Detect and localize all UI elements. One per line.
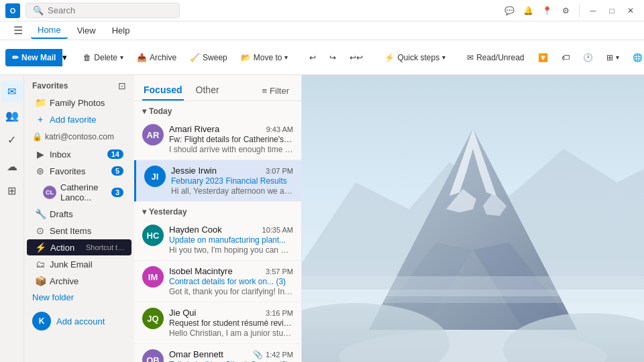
filter-label: Filter [270,86,289,96]
add-account-item[interactable]: K Add account [24,308,134,335]
new-mail-dropdown[interactable]: ▾ [62,52,67,62]
preview-isobel: Got it, thank you for clarifying! In tha… [169,287,293,296]
menu-bar: ☰ Home View Help [0,21,644,40]
sidebar-item-action[interactable]: ⚡ Action Shortcut te... [27,239,131,255]
sender-amari: Amari Rivera [169,124,219,134]
subject-amari: Fw: Flight details for Catherine's gr... [169,135,293,144]
email-tabs: Focused Other ≡ Filter [134,75,301,101]
view-button[interactable]: ⊞ ▾ [601,50,625,65]
move-to-button[interactable]: 📂 Move to ▾ [235,50,294,65]
new-folder-link[interactable]: New folder [24,290,134,305]
date-divider-yesterday: ▾ Yesterday [134,202,301,219]
filter-lines-icon: ≡ [262,86,268,96]
sweep-icon: 🧹 [190,53,200,62]
location-icon-btn[interactable]: 📍 [539,3,555,19]
bell-icon-btn[interactable]: 🔔 [520,3,536,19]
delete-button[interactable]: 🗑 Delete ▾ [78,50,129,65]
filter-button[interactable]: 🔽 [533,50,553,65]
expand-jessie: › [134,176,136,186]
filter-button-list[interactable]: ≡ Filter [258,83,293,99]
chat-icon-btn[interactable]: 💬 [501,3,517,19]
time-omar: 1:42 PM [266,351,293,359]
read-unread-button[interactable]: ✉ Read/Unread [462,50,529,65]
search-box[interactable]: 🔍 [25,3,180,18]
minimize-btn[interactable]: ─ [585,3,601,19]
add-icon: + [35,114,46,125]
menu-view[interactable]: View [70,23,103,38]
time-jessie: 3:07 PM [266,167,293,175]
main-area: ✉ 👥 ✓ ☁ ⊞ Favorites ⊡ 📁 Family Photos + … [0,75,644,362]
reply-all-icon: ↩↩ [350,53,363,62]
archive-button[interactable]: 📥 Archive [131,50,182,65]
email-item-omar[interactable]: › OB Omar Bennett 📎 1:42 PM Tailwinds (N… [134,344,301,362]
maximize-btn[interactable]: □ [604,3,620,19]
redo-icon: ↪ [329,53,336,62]
favorites-title: Favorites [32,81,68,90]
undo-button[interactable]: ↩ [304,50,321,65]
sidebar-item-archive[interactable]: 📦 Archive [27,273,131,289]
search-input[interactable] [48,5,168,15]
sidebar-item-catherine[interactable]: CL Catherine Lanco... 3 [27,180,131,205]
avatar-jie: JQ [142,308,164,329]
translate-button[interactable]: 🌐 [627,50,644,65]
sweep-button[interactable]: 🧹 Sweep [184,50,233,65]
nav-cloud-icon[interactable]: ☁ [1,156,23,177]
nav-apps-icon[interactable]: ⊞ [1,180,23,201]
delete-icon: 🗑 [83,53,91,62]
clock-button[interactable]: 🕐 [578,50,598,65]
tab-focused[interactable]: Focused [142,80,184,101]
account-email: katri@contoso.com [45,132,114,141]
subject-hayden: Update on manufacturing plant... [169,235,293,245]
menu-home[interactable]: Home [31,22,68,39]
tags-button[interactable]: 🏷 [556,50,575,65]
compose-icon: ✏ [12,53,19,62]
archive-folder-label: Archive [50,276,123,286]
tags-icon: 🏷 [561,53,570,62]
subject-isobel: Contract details for work on... (3) [169,277,293,286]
sidebar-item-sent[interactable]: ⊙ Sent Items [27,223,131,239]
email-item-hayden[interactable]: HC Hayden Cook 10:35 AM Update on manufa… [134,219,301,261]
menu-help[interactable]: Help [105,23,137,38]
sidebar-item-junk[interactable]: 🗂 Junk Email [27,256,131,272]
email-item-jie[interactable]: JQ Jie Qui 3:16 PM Request for student r… [134,302,301,344]
title-bar: O 🔍 💬 🔔 📍 ⚙ ─ □ ✕ [0,0,644,21]
email-content-isobel: Isobel Macintyre 3:57 PM Contract detail… [169,266,293,296]
read-icon: ✉ [467,53,474,62]
nav-calendar-icon[interactable]: ✓ [1,129,23,150]
email-item-jessie[interactable]: › JI Jessie Irwin 3:07 PM February 2023 … [134,160,301,202]
star-icon: ⊛ [35,166,46,176]
translate-icon: 🌐 [633,53,643,62]
sidebar-item-favorites-sub[interactable]: ⊛ Favorites 5 [27,163,131,179]
sidebar-item-add-favorite[interactable]: + Add favorite [27,111,131,127]
quick-steps-dropdown: ▾ [442,54,445,61]
email-item-isobel[interactable]: › IM Isobel Macintyre 3:57 PM Contract d… [134,261,301,302]
sidebar-item-drafts[interactable]: 🔧 Drafts [27,206,131,222]
user-avatar: K [32,312,51,330]
hamburger-button[interactable]: ☰ [8,21,28,41]
email-header-amari: Amari Rivera 9:43 AM [169,124,293,134]
nav-people-icon[interactable]: 👥 [1,105,23,126]
sidebar-header: Favorites ⊡ [24,75,134,94]
email-item-amari[interactable]: AR Amari Rivera 9:43 AM Fw: Flight detai… [134,119,301,160]
reply-all-button[interactable]: ↩↩ [344,50,368,65]
sidebar-item-inbox[interactable]: ▶ Inbox 14 [27,146,131,162]
filter-icon: 🔽 [538,53,548,62]
move-dropdown-icon: ▾ [284,54,288,61]
family-photos-label: Family Photos [50,98,123,108]
preview-hayden: Hi you two, I'm hoping you can help me [169,245,293,255]
nav-mail-icon[interactable]: ✉ [1,80,23,102]
expand-favorites-btn[interactable]: ⊡ [118,80,126,91]
catherine-badge: 3 [111,188,123,197]
close-btn[interactable]: ✕ [623,3,639,19]
tab-other[interactable]: Other [195,80,221,101]
preview-amari: I should arrive with enough time to atte… [169,145,293,154]
archive-icon: 📥 [137,53,147,62]
settings-icon-btn[interactable]: ⚙ [557,3,574,19]
redo-button[interactable]: ↪ [324,50,341,65]
new-mail-button[interactable]: ✏ New Mail [5,49,62,66]
quick-steps-button[interactable]: ⚡ Quick steps ▾ [379,50,451,65]
inbox-label: Inbox [50,149,103,160]
sidebar-item-family-photos[interactable]: 📁 Family Photos [27,95,131,111]
favorites-sub-label: Favorites [50,166,107,176]
lock-icon: 🔒 [32,132,42,141]
